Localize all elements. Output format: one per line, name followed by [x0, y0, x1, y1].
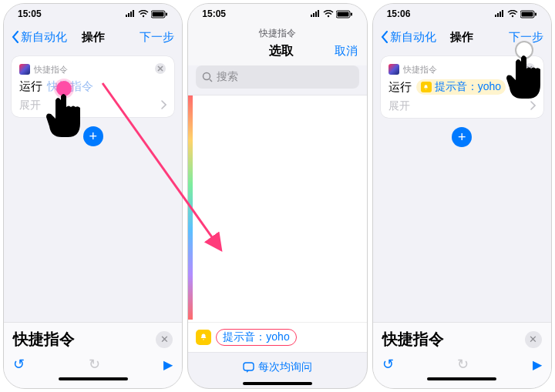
selected-shortcut-pill[interactable]: 提示音：yoho [416, 79, 506, 95]
svg-rect-10 [311, 15, 312, 17]
expand-label[interactable]: 展开 [388, 99, 410, 113]
nav-bar: 新自动化 操作 下一步 [373, 24, 551, 50]
svg-rect-2 [130, 12, 132, 17]
chevron-left-icon [381, 31, 388, 43]
shortcut-list: 提示音：yoho [188, 95, 366, 353]
back-label: 新自动化 [390, 30, 436, 45]
phone-screen-2: 15:05 快捷指令 选取 取消 搜索 提示音：yoho 每次均询问 [187, 3, 367, 389]
svg-rect-21 [495, 15, 496, 17]
run-button[interactable]: ▶ [163, 357, 173, 372]
redo-button: ↻ [89, 356, 100, 373]
back-label: 新自动化 [21, 30, 67, 45]
wifi-icon [323, 10, 334, 18]
card-app-label: 快捷指令 [34, 64, 68, 75]
chevron-left-icon [12, 31, 19, 43]
phone-screen-3: 15:06 新自动化 操作 下一步 快捷指令 运行 提示音：yoho [372, 3, 552, 389]
svg-rect-24 [502, 10, 503, 17]
undo-button[interactable]: ↺ [13, 356, 25, 373]
add-action-button[interactable]: + [83, 126, 103, 146]
svg-rect-13 [318, 10, 319, 17]
status-icons [494, 10, 537, 18]
cellular-icon [494, 10, 505, 18]
search-icon [202, 72, 213, 82]
search-field[interactable]: 搜索 [196, 65, 358, 89]
svg-rect-1 [128, 13, 130, 17]
status-bar: 15:05 [188, 4, 366, 24]
clock: 15:05 [202, 8, 226, 19]
svg-rect-20 [244, 363, 254, 370]
status-icons [310, 10, 353, 18]
battery-icon [336, 10, 353, 18]
svg-rect-23 [500, 12, 501, 17]
action-card: 快捷指令 运行 提示音：yoho 展开 [381, 56, 543, 118]
battery-icon [520, 10, 537, 18]
cellular-icon [125, 10, 136, 18]
home-indicator [427, 377, 496, 380]
redo-button: ↻ [457, 356, 469, 373]
home-indicator [59, 377, 128, 380]
svg-rect-3 [133, 10, 134, 17]
card-app-label: 快捷指令 [403, 64, 437, 75]
battery-icon [151, 10, 168, 18]
list-color-strip [188, 95, 193, 320]
back-button[interactable]: 新自动化 [12, 30, 67, 45]
svg-rect-28 [535, 12, 536, 15]
picker-title: 选取 [269, 43, 294, 59]
speech-bubble-icon [243, 362, 254, 374]
expand-label[interactable]: 展开 [19, 99, 41, 112]
home-indicator [243, 382, 312, 385]
svg-point-25 [512, 15, 513, 17]
svg-rect-22 [497, 13, 499, 17]
status-icons [125, 10, 168, 18]
nav-bar: 新自动化 操作 下一步 [4, 24, 182, 50]
clock: 15:06 [387, 8, 411, 19]
shortcut-row[interactable]: 提示音：yoho [188, 322, 366, 352]
sheet-nav: 选取 取消 [188, 40, 366, 65]
next-button[interactable]: 下一步 [509, 30, 543, 45]
cancel-button[interactable]: 取消 [335, 44, 358, 59]
svg-rect-12 [315, 12, 317, 17]
shortcuts-app-icon [19, 64, 30, 75]
bell-icon [421, 82, 432, 92]
run-label: 运行 [19, 79, 42, 94]
svg-point-4 [143, 15, 144, 17]
remove-action-button[interactable] [523, 62, 536, 76]
svg-point-14 [327, 15, 328, 17]
chevron-right-icon [160, 99, 166, 112]
cellular-icon [310, 10, 321, 18]
next-button[interactable]: 下一步 [140, 30, 174, 45]
back-button[interactable]: 新自动化 [381, 30, 436, 45]
bottom-toolbar: 快捷指令 ✕ ↺ ↻ ▶ [373, 322, 551, 388]
sheet-header-small: 快捷指令 [188, 24, 366, 40]
shortcut-name-pill: 提示音：yoho [216, 329, 296, 346]
clear-search-button[interactable]: ✕ [156, 331, 173, 348]
svg-line-19 [210, 79, 212, 82]
svg-rect-27 [521, 12, 533, 16]
wifi-icon [507, 10, 518, 18]
clear-search-button[interactable]: ✕ [525, 331, 542, 348]
svg-rect-16 [337, 12, 348, 16]
bottom-title: 快捷指令 [13, 329, 75, 350]
wifi-icon [138, 10, 149, 18]
remove-action-button[interactable] [154, 62, 166, 76]
bell-icon [196, 330, 211, 345]
phone-screen-1: 15:05 新自动化 操作 下一步 快捷指令 运行 快捷指令 展开 [3, 3, 183, 389]
undo-button[interactable]: ↺ [382, 356, 394, 373]
shortcuts-app-icon [388, 64, 399, 75]
bottom-toolbar: 快捷指令 ✕ ↺ ↻ ▶ [4, 322, 182, 388]
chevron-right-icon [530, 100, 536, 112]
ask-each-time-button[interactable]: 每次均询问 [188, 353, 366, 377]
search-placeholder: 搜索 [217, 70, 238, 84]
bottom-title: 快捷指令 [382, 329, 444, 350]
clock: 15:05 [18, 8, 42, 19]
svg-rect-6 [153, 12, 164, 16]
add-action-button[interactable]: + [452, 127, 472, 147]
run-button[interactable]: ▶ [533, 357, 542, 372]
shortcut-placeholder[interactable]: 快捷指令 [47, 79, 93, 94]
status-bar: 15:06 [373, 4, 551, 24]
status-bar: 15:05 [4, 4, 182, 24]
svg-rect-7 [166, 12, 167, 15]
svg-rect-0 [126, 15, 127, 17]
svg-rect-11 [313, 13, 314, 17]
action-card: 快捷指令 运行 快捷指令 展开 [12, 56, 174, 117]
